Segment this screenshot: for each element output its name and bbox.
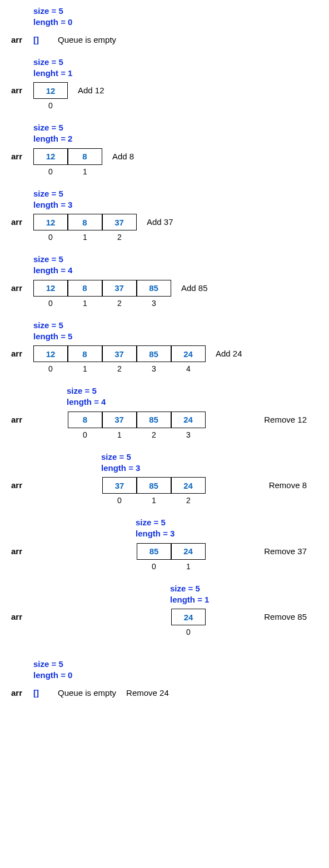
index-label: 0 [83,430,87,439]
operation-caption: Remove 8 [269,477,307,490]
array-cell: 12 [33,280,68,297]
cell-column: 850 [137,543,171,571]
index-label: 3 [152,364,156,373]
array-row: arr80371852243Remove 12 [11,412,318,439]
cell-column: 372 [102,345,137,373]
arr-label: arr [11,685,33,698]
index-label: 0 [48,233,53,242]
size-line: size = 5 [33,659,318,670]
index-label: 0 [152,562,156,571]
queue-diagram: size = 5length = 0arr[]Queue is emptysiz… [11,6,318,698]
cell-column: 241 [171,543,206,571]
meta-info: size = 5length = 5 [33,320,318,343]
cell-column: 852 [137,412,171,439]
queue-step: size = 5length = 0arr[]Queue is emptyRem… [11,659,318,698]
size-line: size = 5 [33,188,318,199]
operation-caption: Add 12 [78,82,104,95]
index-label: 4 [186,364,191,373]
operation-caption-2: Remove 24 [126,685,169,698]
cell-column: 120 [33,82,68,110]
array-cell: 12 [33,345,68,362]
arr-label: arr [11,609,33,621]
cells-container: 850241 [137,543,206,571]
array-cell: 24 [171,543,206,560]
array-cell: 24 [171,345,206,362]
operation-caption: Remove 12 [264,412,307,424]
meta-info: size = 5length = 3 [136,517,318,540]
array-cell: 37 [102,412,137,428]
array-cell: 8 [68,345,102,362]
cell-column: 120 [33,280,68,308]
meta-info: size = 5length = 0 [33,6,318,28]
size-line: size = 5 [136,517,318,528]
meta-info: size = 5length = 4 [67,385,318,408]
operation-caption: Queue is empty [58,685,116,698]
operation-caption: Add 8 [112,148,134,161]
array-cell: 8 [68,412,102,428]
array-row: arr12081Add 8 [11,148,318,176]
meta-info: size = 5length = 0 [33,659,318,681]
index-label: 3 [186,430,191,439]
cell-column: 81 [68,214,102,242]
queue-step: size = 5length = 3arr850241Remove 37 [11,517,318,571]
queue-step: size = 5length = 4arr12081372853Add 85 [11,254,318,308]
length-line: length = 2 [33,133,318,144]
array-cell: 37 [102,280,137,297]
array-row: arr370851242Remove 8 [11,477,318,505]
arr-label: arr [11,148,33,161]
index-label: 0 [48,101,53,110]
size-line: size = 5 [33,57,318,68]
array-cell: 85 [137,345,171,362]
index-label: 1 [83,167,87,176]
size-line: size = 5 [33,122,318,133]
meta-info: size = 5lenght = 1 [33,57,318,79]
operation-caption: Remove 37 [264,543,307,556]
meta-info: size = 5length = 3 [33,188,318,211]
length-line: length = 4 [67,397,318,408]
index-label: 1 [186,562,191,571]
arr-label: arr [11,412,33,424]
cell-column: 240 [171,609,206,636]
array-cell: 12 [33,148,68,165]
length-line: length = 4 [33,265,318,276]
array-row: arr12081372853244Add 24 [11,345,318,373]
cells-container: 120 [33,82,68,110]
index-label: 1 [83,299,87,308]
arr-label: arr [11,82,33,95]
arr-label: arr [11,214,33,227]
length-line: length = 3 [33,199,318,210]
operation-caption: Add 24 [216,345,242,358]
size-line: size = 5 [33,6,318,17]
queue-step: size = 5length = 3arr370851242Remove 8 [11,451,318,505]
index-label: 3 [152,299,156,308]
cell-column: 372 [102,280,137,308]
array-row: arr[]Queue is empty [11,32,318,44]
cell-column: 120 [33,148,68,176]
length-line: length = 0 [33,670,318,681]
length-line: length = 0 [33,17,318,28]
empty-brackets: [] [33,685,39,698]
array-cell: 12 [33,82,68,99]
size-line: size = 5 [33,254,318,265]
index-label: 0 [117,496,122,505]
arr-label: arr [11,280,33,293]
length-line: length = 1 [170,594,318,605]
index-label: 0 [48,167,53,176]
size-line: size = 5 [101,451,318,463]
cell-column: 244 [171,345,206,373]
meta-info: size = 5length = 2 [33,122,318,145]
cells-container: 12081 [33,148,102,176]
cell-column: 851 [137,477,171,505]
cell-column: 372 [102,214,137,242]
cells-container: 240 [171,609,206,636]
length-line: lenght = 1 [33,68,318,79]
array-row: arr12081372Add 37 [11,214,318,242]
arr-label: arr [11,345,33,358]
array-cell: 24 [171,412,206,428]
array-cell: 85 [137,280,171,297]
cells-container: 80371852243 [68,412,206,439]
meta-info: size = 5length = 4 [33,254,318,277]
arr-label: arr [11,477,33,490]
operation-caption: Remove 85 [264,609,307,621]
queue-step: size = 5length = 3arr12081372Add 37 [11,188,318,242]
